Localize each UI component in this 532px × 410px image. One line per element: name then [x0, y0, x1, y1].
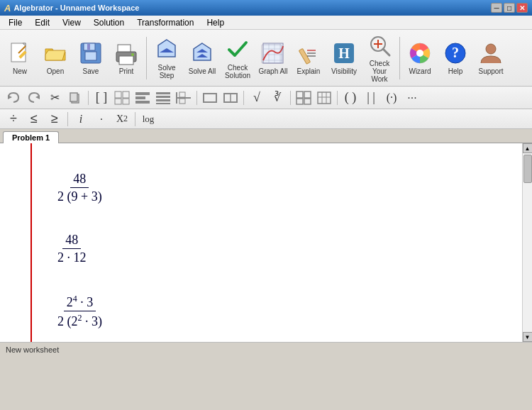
fraction-1: 48 2 (9 + 3) [55, 172, 105, 204]
tab-problem1[interactable]: Problem 1 [3, 131, 59, 143]
check-work-label: Check Your Work [365, 60, 394, 83]
help-label: Help [448, 67, 463, 75]
title-bar-left: A Algebrator - Unnamed Workspace [4, 3, 139, 13]
svg-rect-52 [156, 92, 170, 94]
fraction-1-denominator: 2 (9 + 3) [55, 188, 105, 204]
bracket-button-1[interactable]: [ ] [92, 89, 111, 106]
minimize-button[interactable]: ─ [491, 3, 502, 13]
abs-value-button[interactable]: | | [362, 89, 380, 106]
box-button-2[interactable] [221, 89, 240, 106]
cbrt-button[interactable]: ∛ [268, 89, 287, 106]
undo-button[interactable] [4, 89, 23, 106]
visibility-button[interactable]: H Visibility [327, 34, 361, 82]
division-button[interactable]: ÷ [4, 111, 23, 128]
math-sep-2 [135, 112, 135, 126]
new-button[interactable]: New [3, 34, 37, 82]
menu-file[interactable]: File [3, 17, 28, 28]
svg-rect-60 [204, 94, 216, 102]
svg-marker-42 [35, 95, 40, 99]
copy-button[interactable] [66, 89, 84, 106]
svg-rect-67 [318, 92, 331, 104]
geq-button[interactable]: ≥ [45, 111, 64, 128]
scroll-down-button[interactable]: ▼ [523, 332, 533, 342]
math-line-1: 48 2 (9 + 3) [53, 172, 508, 204]
print-label: Print [119, 67, 134, 75]
paren-button-1[interactable]: ( ) [341, 89, 360, 106]
solve-step-label: Solve Step [152, 64, 182, 79]
svg-rect-49 [135, 92, 150, 95]
italic-button[interactable]: i [72, 111, 90, 128]
log-button[interactable]: log [139, 111, 157, 128]
align-button-2[interactable] [154, 89, 172, 106]
explain-icon [296, 40, 321, 66]
svg-rect-51 [135, 101, 150, 104]
wizard-button[interactable]: Wizard [403, 34, 437, 82]
menu-transformation[interactable]: Transformation [131, 17, 199, 28]
paper-area[interactable]: 48 2 (9 + 3) 48 2 · 12 24 · 3 [32, 143, 522, 342]
dots-button[interactable]: ··· [403, 89, 421, 106]
svg-rect-48 [123, 99, 129, 104]
math-line-3: 24 · 3 2 (22 · 3) [53, 294, 508, 329]
leq-button[interactable]: ≤ [25, 111, 43, 128]
fraction-3-numerator: 24 · 3 [64, 294, 96, 311]
scroll-up-button[interactable]: ▲ [523, 143, 533, 153]
graph-all-button[interactable]: Graph All [256, 34, 290, 82]
svg-point-37 [416, 50, 423, 57]
solve-step-button[interactable]: Solve Step [150, 34, 184, 82]
redo-button[interactable] [25, 89, 43, 106]
scroll-track[interactable] [523, 153, 533, 332]
align-button-3[interactable] [174, 89, 193, 106]
status-text: New worksheet [6, 345, 59, 354]
explain-button[interactable]: Explain [292, 34, 326, 82]
open-button[interactable]: Open [38, 34, 72, 82]
svg-rect-55 [156, 103, 170, 104]
box-button-1[interactable] [201, 89, 219, 106]
matrix-small-button[interactable] [113, 89, 131, 106]
matrix-button-1[interactable] [294, 89, 313, 106]
maximize-button[interactable]: □ [504, 3, 515, 13]
cut-button[interactable]: ✂ [45, 89, 64, 106]
check-solution-button[interactable]: Check Solution [221, 34, 255, 82]
menu-edit[interactable]: Edit [29, 17, 55, 28]
support-label: Support [478, 67, 503, 75]
dot-operator-button[interactable]: · [92, 111, 111, 128]
tab-bar: Problem 1 [0, 129, 532, 143]
help-button[interactable]: ? Help [438, 34, 472, 82]
svg-marker-41 [8, 95, 12, 99]
menu-view[interactable]: View [57, 17, 87, 28]
support-button[interactable]: Support [474, 34, 508, 82]
check-work-button[interactable]: Check Your Work [362, 34, 397, 82]
svg-rect-54 [156, 99, 170, 101]
save-button[interactable]: Save [74, 34, 108, 82]
scrollbar[interactable]: ▲ ▼ [522, 143, 532, 342]
solve-all-button[interactable]: Solve All [185, 34, 219, 82]
svg-rect-53 [156, 96, 170, 98]
svg-rect-7 [85, 52, 96, 60]
window-title: Algebrator - Unnamed Workspace [13, 4, 139, 12]
align-button-1[interactable] [133, 89, 152, 106]
fraction-3-denominator: 2 (22 · 3) [55, 311, 105, 329]
menu-solution[interactable]: Solution [88, 17, 130, 28]
check-solution-label: Check Solution [223, 64, 253, 79]
matrix-button-2[interactable] [315, 89, 333, 106]
math-symbol-toolbar: ÷ ≤ ≥ i · X2 log [0, 109, 532, 129]
svg-rect-59 [179, 99, 185, 104]
svg-rect-46 [123, 92, 129, 98]
menu-help[interactable]: Help [201, 17, 230, 28]
title-bar: A Algebrator - Unnamed Workspace ─ □ ✕ [0, 0, 532, 16]
svg-rect-66 [304, 99, 311, 104]
status-bar: New worksheet [0, 342, 532, 356]
sqrt-button[interactable]: √ [248, 89, 266, 106]
toolbar2-sep-3 [243, 91, 244, 105]
open-label: Open [47, 67, 64, 75]
print-button[interactable]: Print [109, 34, 143, 82]
check-solution-icon [225, 37, 250, 62]
close-button[interactable]: ✕ [516, 3, 528, 13]
scroll-thumb[interactable] [523, 155, 532, 183]
visibility-label: Visibility [331, 67, 357, 75]
visibility-icon: H [331, 40, 357, 66]
svg-rect-47 [115, 99, 121, 104]
subscript-button[interactable]: X2 [113, 111, 131, 128]
explain-label: Explain [297, 67, 321, 75]
paren-button-3[interactable]: (·) [382, 89, 401, 106]
